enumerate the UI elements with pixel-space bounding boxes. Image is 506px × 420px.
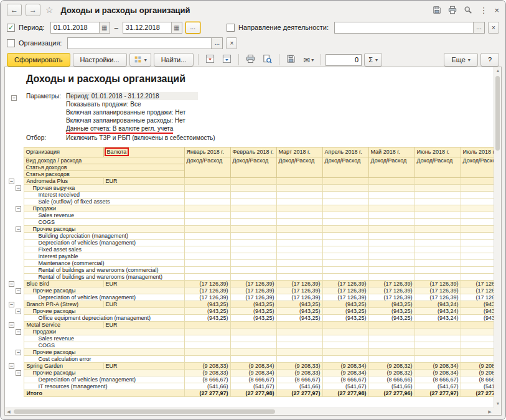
- value-cell[interactable]: [276, 246, 322, 253]
- organization-more-button[interactable]: ...: [211, 38, 222, 49]
- horizontal-scroll-thumb[interactable]: [14, 409, 275, 414]
- value-cell[interactable]: (943,25): [461, 315, 494, 322]
- value-cell[interactable]: [230, 342, 276, 349]
- value-cell[interactable]: [461, 192, 494, 198]
- currency-cell[interactable]: EUR: [103, 301, 184, 308]
- value-cell[interactable]: (541,66): [276, 383, 322, 390]
- month-column-header[interactable]: Январь 2018 г.: [184, 147, 230, 157]
- value-cell[interactable]: (17 126,39): [322, 281, 368, 287]
- value-cell[interactable]: (9 208,33): [461, 363, 494, 370]
- month-column-header[interactable]: Май 2018 г.: [368, 147, 415, 157]
- value-cell[interactable]: [461, 246, 494, 253]
- row-name-cell[interactable]: Depreciation of vehicles (management): [24, 294, 184, 301]
- value-cell[interactable]: [184, 322, 230, 329]
- row-dimension-header[interactable]: Статья доходов: [24, 164, 184, 171]
- currency-cell[interactable]: EUR: [103, 178, 184, 185]
- collapse-group-toggle[interactable]: −: [9, 179, 14, 184]
- value-cell[interactable]: [368, 240, 415, 246]
- value-cell[interactable]: [368, 219, 415, 226]
- value-cell[interactable]: [230, 253, 276, 260]
- value-cell[interactable]: [415, 356, 461, 363]
- value-type-header[interactable]: Доход/Расход: [415, 157, 461, 178]
- period-more-button[interactable]: ...: [185, 22, 200, 34]
- calendar-icon[interactable]: ▦: [99, 22, 110, 33]
- scroll-up-arrow[interactable]: ▲: [494, 67, 502, 75]
- organization-clear-button[interactable]: ×: [226, 37, 237, 49]
- value-cell[interactable]: [368, 185, 415, 192]
- more-button[interactable]: Еще ▾: [444, 53, 477, 67]
- value-cell[interactable]: [368, 274, 415, 281]
- value-cell[interactable]: [322, 233, 368, 240]
- row-name-cell[interactable]: Прочие расходы: [24, 308, 184, 315]
- value-cell[interactable]: (17 126,39): [415, 287, 461, 294]
- row-name-cell[interactable]: Прочие расходы: [24, 287, 184, 294]
- value-cell[interactable]: (17 126,39): [184, 281, 230, 287]
- value-cell[interactable]: [461, 356, 494, 363]
- save-result-button[interactable]: [284, 53, 298, 67]
- value-cell[interactable]: [184, 274, 230, 281]
- value-cell[interactable]: (8 666,66): [368, 376, 415, 383]
- row-name-cell[interactable]: Office equipment depreciation (managemen…: [24, 315, 184, 322]
- send-email-button[interactable]: ✉ ▾: [301, 53, 316, 67]
- value-type-header[interactable]: Доход/Расход: [230, 157, 276, 178]
- collapse-group-toggle[interactable]: −: [16, 370, 21, 376]
- value-cell[interactable]: (541,66): [184, 383, 230, 390]
- value-cell[interactable]: (17 126,39): [368, 281, 415, 287]
- value-cell[interactable]: [184, 240, 230, 246]
- value-cell[interactable]: (943,25): [368, 301, 415, 308]
- value-cell[interactable]: (9 208,33): [276, 370, 322, 376]
- value-cell[interactable]: [322, 274, 368, 281]
- value-cell[interactable]: [322, 322, 368, 329]
- org-column-header[interactable]: Организация: [24, 147, 103, 157]
- value-cell[interactable]: [322, 253, 368, 260]
- value-cell[interactable]: [368, 349, 415, 356]
- collapse-groups-button[interactable]: [203, 53, 217, 67]
- row-name-cell[interactable]: Прочие расходы: [24, 226, 184, 233]
- row-name-cell[interactable]: COGS: [24, 342, 184, 349]
- value-cell[interactable]: [276, 349, 322, 356]
- value-cell[interactable]: [322, 335, 368, 342]
- direction-input[interactable]: ...: [334, 22, 485, 34]
- value-cell[interactable]: (17 126,39): [461, 281, 494, 287]
- value-cell[interactable]: [461, 267, 494, 274]
- collapse-group-toggle[interactable]: −: [16, 185, 21, 191]
- value-cell[interactable]: [322, 240, 368, 246]
- row-name-cell[interactable]: Продажи: [24, 205, 184, 212]
- month-column-header[interactable]: Февраль 2018 г.: [230, 147, 276, 157]
- value-cell[interactable]: [276, 329, 322, 335]
- value-cell[interactable]: (9 208,34): [415, 363, 461, 370]
- value-cell[interactable]: [368, 322, 415, 329]
- currency-cell[interactable]: EUR: [103, 322, 184, 329]
- month-column-header[interactable]: Апрель 2018 г.: [322, 147, 368, 157]
- value-cell[interactable]: [230, 267, 276, 274]
- value-cell[interactable]: [322, 219, 368, 226]
- value-cell[interactable]: (943,25): [276, 308, 322, 315]
- value-cell[interactable]: [368, 205, 415, 212]
- value-cell[interactable]: [184, 267, 230, 274]
- value-cell[interactable]: [230, 212, 276, 219]
- value-cell[interactable]: [415, 329, 461, 335]
- value-cell[interactable]: (9 208,33): [276, 363, 322, 370]
- collapse-group-toggle[interactable]: −: [9, 302, 14, 307]
- value-cell[interactable]: [230, 219, 276, 226]
- row-dimension-header[interactable]: Статья расходов: [24, 171, 184, 178]
- value-cell[interactable]: (943,25): [230, 308, 276, 315]
- collapse-group-toggle[interactable]: −: [16, 309, 21, 314]
- value-cell[interactable]: [322, 198, 368, 205]
- value-cell[interactable]: [461, 329, 494, 335]
- row-name-cell[interactable]: Rental of buildings and warerooms (comme…: [24, 267, 184, 274]
- value-cell[interactable]: [322, 212, 368, 219]
- value-cell[interactable]: [461, 349, 494, 356]
- value-cell[interactable]: (17 126,39): [276, 294, 322, 301]
- collapse-group-toggle[interactable]: −: [16, 350, 21, 355]
- value-cell[interactable]: (943,24): [415, 315, 461, 322]
- value-cell[interactable]: [415, 178, 461, 185]
- value-cell[interactable]: [415, 192, 461, 198]
- value-cell[interactable]: [461, 335, 494, 342]
- value-cell[interactable]: [230, 356, 276, 363]
- value-cell[interactable]: [184, 349, 230, 356]
- row-name-cell[interactable]: Прочие расходы: [24, 349, 184, 356]
- value-cell[interactable]: (541,67): [230, 383, 276, 390]
- value-cell[interactable]: [276, 240, 322, 246]
- value-cell[interactable]: [230, 240, 276, 246]
